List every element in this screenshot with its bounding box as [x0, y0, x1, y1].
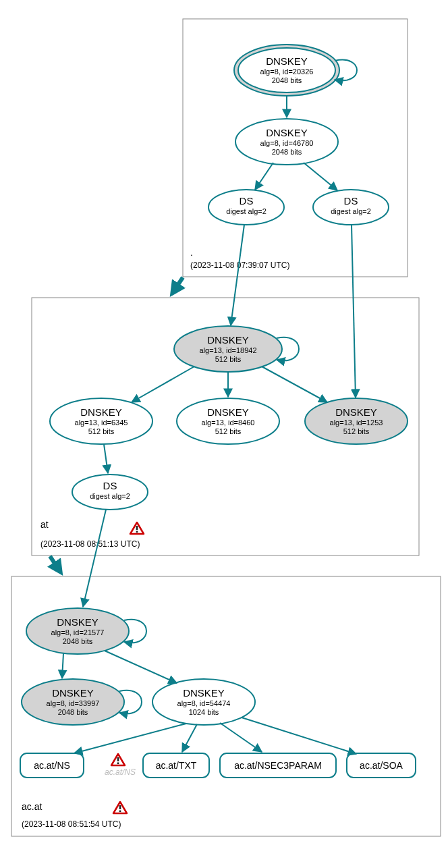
at-k1-title: DNSKEY	[80, 406, 122, 418]
root-zsk-alg: alg=8, id=46780	[260, 139, 314, 147]
edge-atksk-k1	[132, 367, 194, 402]
at-k1-bits: 512 bits	[88, 427, 115, 435]
rr-n3p: ac.at/NSEC3PARAM	[220, 753, 336, 778]
at-k2-title: DNSKEY	[207, 406, 249, 418]
at-k2-alg: alg=13, id=8460	[202, 418, 255, 427]
edge-acksk-k2	[105, 651, 177, 683]
node-at-k1: DNSKEY alg=13, id=6345 512 bits	[50, 398, 152, 444]
zone-root-ts: (2023-11-08 07:39:07 UTC)	[190, 261, 289, 270]
rr-soa-label: ac.at/SOA	[360, 760, 403, 771]
edge-root-to-at	[173, 277, 183, 292]
rr-txt-label: ac.at/TXT	[156, 760, 197, 771]
edge-atk1-ds	[104, 444, 108, 473]
at-ds-alg: digest alg=2	[90, 492, 130, 500]
zone-acat-label: ac.at	[22, 801, 42, 812]
ac-k1-bits: 2048 bits	[58, 708, 88, 716]
zone-at-ts: (2023-11-08 08:51:13 UTC)	[40, 539, 140, 549]
at-k2-bits: 512 bits	[215, 427, 242, 435]
root-ds1-title: DS	[240, 195, 254, 207]
node-root-ksk: DNSKEY alg=8, id=20326 2048 bits	[234, 45, 339, 96]
warn-icon-at	[130, 522, 144, 534]
edge-ack2-ns	[74, 724, 186, 753]
at-k1-alg: alg=13, id=6345	[75, 418, 128, 427]
edge-acksk-k1	[62, 653, 63, 678]
warn-icon-ghost	[111, 754, 125, 765]
node-root-zsk: DNSKEY alg=8, id=46780 2048 bits	[235, 119, 338, 165]
node-at-k3: DNSKEY alg=13, id=1253 512 bits	[305, 398, 408, 444]
zone-acat-ts: (2023-11-08 08:51:54 UTC)	[22, 819, 121, 829]
root-ds2-title: DS	[344, 195, 358, 207]
node-root-ds1: DS digest alg=2	[208, 190, 284, 225]
at-ksk-bits: 512 bits	[215, 355, 242, 363]
at-k3-alg: alg=13, id=1253	[330, 418, 383, 427]
node-ac-k2: DNSKEY alg=8, id=54474 1024 bits	[152, 679, 255, 725]
edge-ds1-to-atksk	[231, 225, 244, 325]
edge-ack2-n3p	[220, 723, 262, 752]
edge-root-zsk-ds2	[304, 163, 337, 190]
edge-atksk-k3	[262, 367, 327, 402]
ac-k2-alg: alg=8, id=54474	[177, 699, 231, 707]
edge-atds-to-acksk	[83, 510, 106, 607]
root-zsk-bits: 2048 bits	[272, 148, 302, 156]
at-ksk-alg: alg=13, id=18942	[199, 346, 256, 354]
rr-txt: ac.at/TXT	[143, 753, 209, 778]
node-ac-k1: DNSKEY alg=8, id=33997 2048 bits	[22, 679, 124, 725]
rr-soa: ac.at/SOA	[347, 753, 416, 778]
edge-ack2-txt	[182, 724, 197, 752]
node-at-k2: DNSKEY alg=13, id=8460 512 bits	[177, 398, 279, 444]
ac-k2-bits: 1024 bits	[189, 708, 219, 716]
zone-at-label: at	[40, 519, 49, 530]
ac-ksk-bits: 2048 bits	[63, 637, 93, 645]
edge-ds2-to-atk3	[352, 225, 356, 398]
ac-ksk-alg: alg=8, id=21577	[51, 628, 105, 636]
node-at-ds: DS digest alg=2	[72, 474, 148, 510]
warn-icon-acat	[113, 802, 127, 813]
zone-root-label: .	[190, 247, 193, 258]
at-k3-title: DNSKEY	[335, 406, 377, 418]
ac-k1-alg: alg=8, id=33997	[47, 699, 100, 707]
root-ksk-bits: 2048 bits	[272, 76, 302, 84]
node-ac-ksk: DNSKEY alg=8, id=21577 2048 bits	[26, 608, 129, 654]
node-root-ds2: DS digest alg=2	[313, 190, 389, 225]
node-at-ksk: DNSKEY alg=13, id=18942 512 bits	[174, 326, 282, 372]
edge-at-to-acat	[50, 556, 59, 570]
rr-ns-label: ac.at/NS	[34, 760, 70, 771]
rr-ns: ac.at/NS	[20, 753, 84, 778]
rr-n3p-label: ac.at/NSEC3PARAM	[234, 760, 322, 771]
root-ds2-alg: digest alg=2	[331, 207, 371, 215]
root-ksk-alg: alg=8, id=20326	[260, 67, 314, 76]
ac-ksk-title: DNSKEY	[57, 616, 99, 628]
ac-k2-title: DNSKEY	[183, 687, 225, 699]
edge-root-zsk-ds1	[255, 163, 273, 190]
ac-k1-title: DNSKEY	[52, 687, 94, 699]
edge-ack2-soa	[242, 717, 356, 754]
root-zsk-title: DNSKEY	[266, 127, 308, 138]
root-ds1-alg: digest alg=2	[226, 207, 267, 215]
at-ksk-title: DNSKEY	[207, 334, 249, 346]
at-k3-bits: 512 bits	[343, 427, 370, 435]
root-ksk-title: DNSKEY	[266, 55, 308, 67]
ghost-ns: ac.at/NS	[105, 767, 136, 777]
at-ds-title: DS	[103, 480, 117, 491]
